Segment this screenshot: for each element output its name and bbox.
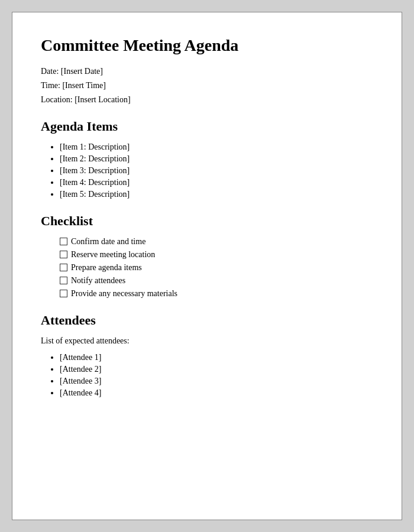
agenda-item: [Item 4: Description] bbox=[60, 178, 373, 187]
agenda-item: [Item 1: Description] bbox=[60, 142, 373, 152]
attendee-item: [Attendee 4] bbox=[60, 388, 373, 398]
checklist-item-label: Provide any necessary materials bbox=[71, 289, 177, 299]
agenda-item: [Item 2: Description] bbox=[60, 154, 373, 164]
agenda-item: [Item 3: Description] bbox=[60, 166, 373, 176]
checklist-item[interactable]: Reserve meeting location bbox=[60, 250, 373, 259]
checkbox-icon[interactable] bbox=[60, 251, 67, 258]
attendee-item: [Attendee 2] bbox=[60, 365, 373, 374]
agenda-list: [Item 1: Description][Item 2: Descriptio… bbox=[60, 142, 373, 199]
attendees-list: [Attendee 1][Attendee 2][Attendee 3][Att… bbox=[60, 353, 373, 398]
agenda-heading: Agenda Items bbox=[41, 119, 373, 134]
attendee-item: [Attendee 1] bbox=[60, 353, 373, 362]
checklist-list: Confirm date and timeReserve meeting loc… bbox=[60, 237, 373, 299]
checklist-item[interactable]: Confirm date and time bbox=[60, 237, 373, 246]
checkbox-icon[interactable] bbox=[60, 238, 67, 245]
agenda-item: [Item 5: Description] bbox=[60, 190, 373, 199]
attendees-heading: Attendees bbox=[41, 313, 373, 328]
checklist-item-label: Reserve meeting location bbox=[71, 250, 155, 259]
attendees-intro: List of expected attendees: bbox=[41, 336, 373, 346]
checklist-item-label: Confirm date and time bbox=[71, 237, 145, 246]
checkbox-icon[interactable] bbox=[60, 277, 67, 284]
checkbox-icon[interactable] bbox=[60, 290, 67, 297]
date-line: Date: [Insert Date] bbox=[41, 67, 373, 76]
checklist-item[interactable]: Notify attendees bbox=[60, 276, 373, 286]
checklist-item-label: Notify attendees bbox=[71, 276, 125, 286]
checklist-item[interactable]: Prepare agenda items bbox=[60, 263, 373, 273]
location-line: Location: [Insert Location] bbox=[41, 95, 373, 105]
time-line: Time: [Insert Time] bbox=[41, 81, 373, 90]
attendee-item: [Attendee 3] bbox=[60, 377, 373, 386]
checklist-item[interactable]: Provide any necessary materials bbox=[60, 289, 373, 299]
checklist-item-label: Prepare agenda items bbox=[71, 263, 142, 273]
document-title: Committee Meeting Agenda bbox=[41, 36, 373, 55]
checklist-heading: Checklist bbox=[41, 213, 373, 229]
document-page: Committee Meeting Agenda Date: [Insert D… bbox=[12, 12, 402, 520]
checkbox-icon[interactable] bbox=[60, 264, 67, 271]
